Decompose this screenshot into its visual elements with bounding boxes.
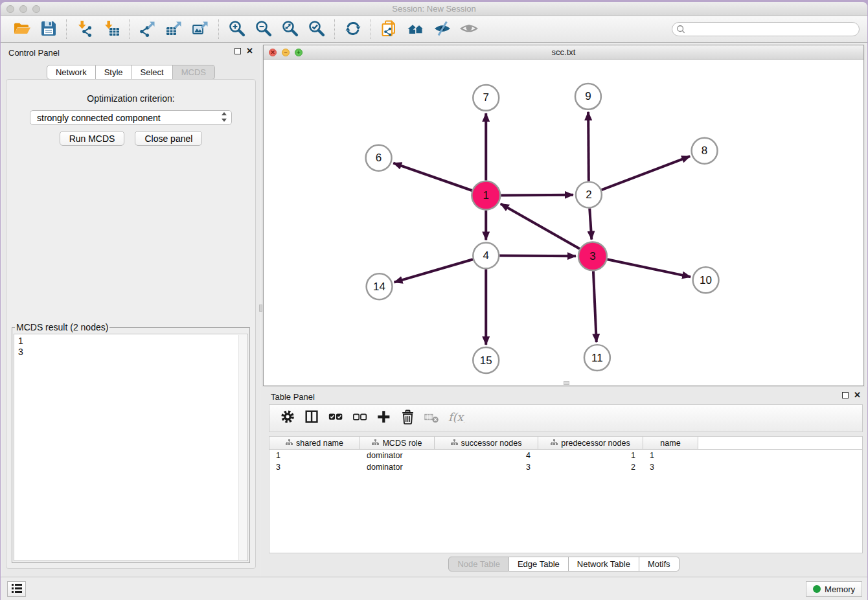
open-file-button[interactable] <box>8 17 35 41</box>
graph-node-1[interactable]: 1 <box>472 181 500 210</box>
graph-edge-1-2[interactable] <box>501 195 573 196</box>
table-cell[interactable]: 1 <box>643 451 698 461</box>
maximize-window-button[interactable] <box>32 5 40 13</box>
float-panel-icon[interactable] <box>234 48 241 54</box>
select-all-button[interactable] <box>324 408 348 430</box>
refresh-button[interactable] <box>339 17 366 41</box>
graph-node-9[interactable]: 9 <box>575 84 601 110</box>
network-window-title: scc.txt <box>264 45 863 60</box>
table-cell[interactable]: dominator <box>360 451 435 461</box>
show-panels-button[interactable] <box>7 581 26 597</box>
control-tab-select[interactable]: Select <box>132 65 173 80</box>
list-icon <box>11 583 23 595</box>
table-close-icon[interactable]: ✕ <box>854 391 861 399</box>
settings-button[interactable] <box>276 408 300 430</box>
column-header-successor-nodes[interactable]: successor nodes <box>435 437 538 449</box>
export-network-button[interactable] <box>134 17 161 41</box>
graph-node-4[interactable]: 4 <box>473 242 499 268</box>
import-network-button[interactable] <box>71 17 98 41</box>
column-header-predecessor-nodes[interactable]: predecessor nodes <box>538 437 643 449</box>
table-cell[interactable]: 3 <box>269 463 360 473</box>
network-minimize-button[interactable]: − <box>282 49 290 56</box>
delete-row-button[interactable] <box>396 408 420 430</box>
new-network-from-selection-button[interactable] <box>376 17 402 41</box>
graph-node-10[interactable]: 10 <box>693 267 719 293</box>
show-all-button[interactable] <box>455 17 482 41</box>
graph-edge-2-9[interactable] <box>588 112 589 181</box>
table-cell[interactable]: 1 <box>538 451 643 461</box>
canvas-resize-grip[interactable] <box>564 381 569 385</box>
memory-button[interactable]: Memory <box>806 581 862 597</box>
run-mcds-button[interactable]: Run MCDS <box>60 131 125 146</box>
import-table-button[interactable] <box>98 17 124 41</box>
first-neighbors-icon <box>407 19 425 40</box>
column-header-shared-name[interactable]: shared name <box>269 437 360 449</box>
add-row-button[interactable] <box>372 408 396 430</box>
column-header-name[interactable]: name <box>643 437 698 449</box>
table-float-icon[interactable] <box>842 392 849 398</box>
network-maximize-button[interactable]: + <box>295 49 303 56</box>
minimize-window-button[interactable] <box>19 5 27 13</box>
table-cell[interactable]: 4 <box>435 451 538 461</box>
hide-selected-button[interactable] <box>429 17 455 41</box>
deselect-all-button[interactable] <box>348 408 372 430</box>
graph-node-11[interactable]: 11 <box>584 345 610 371</box>
close-panel-button[interactable]: Close panel <box>135 131 202 146</box>
table-cell[interactable]: 3 <box>643 463 698 473</box>
network-window-titlebar: ✕ − + scc.txt <box>264 45 863 60</box>
result-scrollbar[interactable] <box>238 335 247 560</box>
table-cell[interactable]: dominator <box>360 463 435 473</box>
mcds-result-group: MCDS result (2 nodes) 1 3 <box>12 322 250 563</box>
graph-node-3[interactable]: 3 <box>578 242 607 270</box>
graph-node-6[interactable]: 6 <box>366 145 392 171</box>
svg-text:10: 10 <box>700 274 712 286</box>
close-window-button[interactable] <box>6 5 14 13</box>
control-tab-style[interactable]: Style <box>96 65 132 80</box>
svg-text:3: 3 <box>589 250 595 262</box>
table-toolbar: f(x) <box>269 404 863 432</box>
close-panel-icon[interactable]: ✕ <box>246 47 253 55</box>
export-table-icon <box>165 19 183 40</box>
zoom-in-button[interactable] <box>223 17 250 41</box>
criterion-select[interactable]: strongly connected component <box>30 110 232 125</box>
splitter-grip[interactable] <box>259 305 262 312</box>
zoom-selected-button[interactable] <box>303 17 330 41</box>
open-file-icon <box>13 19 31 40</box>
zoom-fit-button[interactable] <box>277 17 303 41</box>
table-cell[interactable]: 2 <box>538 463 643 473</box>
search-input[interactable] <box>672 22 860 36</box>
graph-edge-3-11[interactable] <box>593 271 597 342</box>
graph-edge-1-6[interactable] <box>393 163 472 190</box>
graph-node-8[interactable]: 8 <box>692 138 718 164</box>
save-session-button[interactable] <box>35 17 62 41</box>
graph-edge-2-3[interactable] <box>589 209 591 240</box>
network-canvas[interactable]: 7968124314101511 <box>264 60 863 386</box>
graph-edge-3-1[interactable] <box>501 203 580 249</box>
table-row[interactable]: 1dominator411 <box>269 451 862 461</box>
graph-node-7[interactable]: 7 <box>473 85 499 111</box>
zoom-out-button[interactable] <box>250 17 277 41</box>
control-tab-network[interactable]: Network <box>47 65 96 80</box>
graph-edge-4-14[interactable] <box>394 259 474 282</box>
first-neighbors-button[interactable] <box>402 17 429 41</box>
graph-edge-3-10[interactable] <box>607 259 691 277</box>
table-tab-edge-table[interactable]: Edge Table <box>509 557 569 571</box>
column-header-mcds-role[interactable]: MCDS role <box>360 437 435 449</box>
table-tab-network-table[interactable]: Network Table <box>569 557 639 571</box>
control-tab-mcds[interactable]: MCDS <box>173 65 215 80</box>
table-cell[interactable]: 1 <box>269 451 360 461</box>
graph-node-15[interactable]: 15 <box>473 347 499 373</box>
table-tab-node-table[interactable]: Node Table <box>448 557 509 571</box>
split-view-button[interactable] <box>300 408 324 430</box>
graph-node-2[interactable]: 2 <box>576 182 602 208</box>
table-tab-motifs[interactable]: Motifs <box>639 557 680 571</box>
table-cell[interactable]: 3 <box>435 463 538 473</box>
graph-node-14[interactable]: 14 <box>367 273 393 299</box>
graph-edge-4-3[interactable] <box>499 255 576 256</box>
mcds-result-text[interactable]: 1 3 <box>14 334 248 561</box>
table-row[interactable]: 3dominator323 <box>269 463 862 473</box>
network-close-button[interactable]: ✕ <box>269 49 277 56</box>
export-image-button[interactable] <box>187 17 214 41</box>
export-table-button[interactable] <box>161 17 187 41</box>
graph-edge-2-8[interactable] <box>601 156 690 190</box>
